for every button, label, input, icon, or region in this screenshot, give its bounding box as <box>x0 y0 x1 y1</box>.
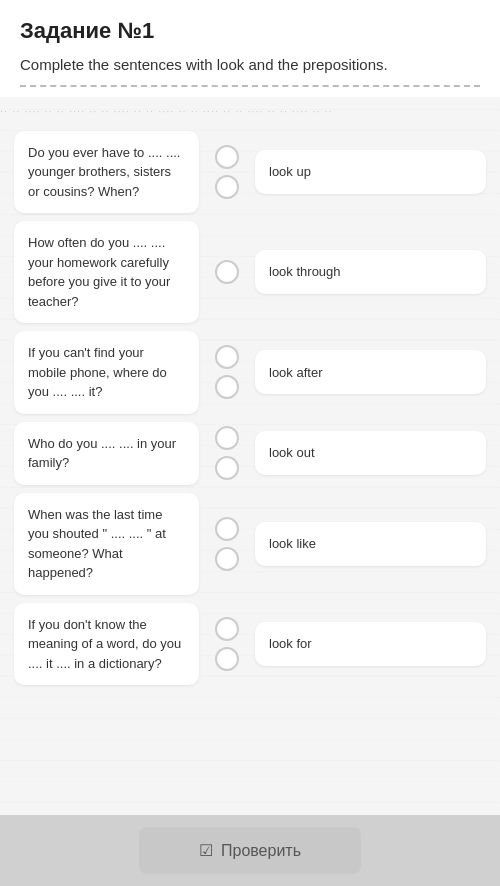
match-row: Who do you .... .... in your family?look… <box>14 422 486 485</box>
answer-box: look through <box>255 250 486 294</box>
question-box: How often do you .... .... your homework… <box>14 221 199 323</box>
radio-button[interactable] <box>215 547 239 571</box>
checkmark-icon: ☑ <box>199 841 213 860</box>
page: Задание №1 Complete the sentences with l… <box>0 0 500 886</box>
bottom-bar: ☑ Проверить <box>0 815 500 886</box>
answer-box: look out <box>255 431 486 475</box>
radio-button[interactable] <box>215 617 239 641</box>
header: Задание №1 Complete the sentences with l… <box>0 0 500 97</box>
radio-group <box>205 260 249 284</box>
question-box: When was the last time you shouted " ...… <box>14 493 199 595</box>
radio-button[interactable] <box>215 260 239 284</box>
watermark-text: ·· ·· ···· ·· ·· ···· ·· ·· ···· ·· ·· ·… <box>0 105 333 117</box>
radio-group <box>205 426 249 480</box>
radio-button[interactable] <box>215 175 239 199</box>
radio-button[interactable] <box>215 345 239 369</box>
radio-button[interactable] <box>215 517 239 541</box>
answer-box: look like <box>255 522 486 566</box>
divider <box>20 85 480 87</box>
answer-box: look for <box>255 622 486 666</box>
radio-group <box>205 145 249 199</box>
match-row: When was the last time you shouted " ...… <box>14 493 486 595</box>
radio-button[interactable] <box>215 456 239 480</box>
question-box: If you don't know the meaning of a word,… <box>14 603 199 686</box>
radio-group <box>205 617 249 671</box>
match-row: If you don't know the meaning of a word,… <box>14 603 486 686</box>
radio-button[interactable] <box>215 647 239 671</box>
page-title: Задание №1 <box>20 18 480 44</box>
radio-button[interactable] <box>215 375 239 399</box>
match-row: How often do you .... .... your homework… <box>14 221 486 323</box>
radio-button[interactable] <box>215 426 239 450</box>
watermark-strip: ·· ·· ···· ·· ·· ···· ·· ·· ···· ·· ·· ·… <box>0 97 500 123</box>
match-row: If you can't find your mobile phone, whe… <box>14 331 486 414</box>
question-box: Who do you .... .... in your family? <box>14 422 199 485</box>
content-area: Do you ever have to .... .... younger br… <box>0 123 500 702</box>
page-subtitle: Complete the sentences with look and the… <box>20 54 480 77</box>
radio-group <box>205 345 249 399</box>
radio-group <box>205 517 249 571</box>
match-row: Do you ever have to .... .... younger br… <box>14 131 486 214</box>
question-box: Do you ever have to .... .... younger br… <box>14 131 199 214</box>
answer-box: look after <box>255 350 486 394</box>
question-box: If you can't find your mobile phone, whe… <box>14 331 199 414</box>
radio-button[interactable] <box>215 145 239 169</box>
answer-box: look up <box>255 150 486 194</box>
check-button-label: Проверить <box>221 842 301 860</box>
check-button[interactable]: ☑ Проверить <box>139 827 361 874</box>
